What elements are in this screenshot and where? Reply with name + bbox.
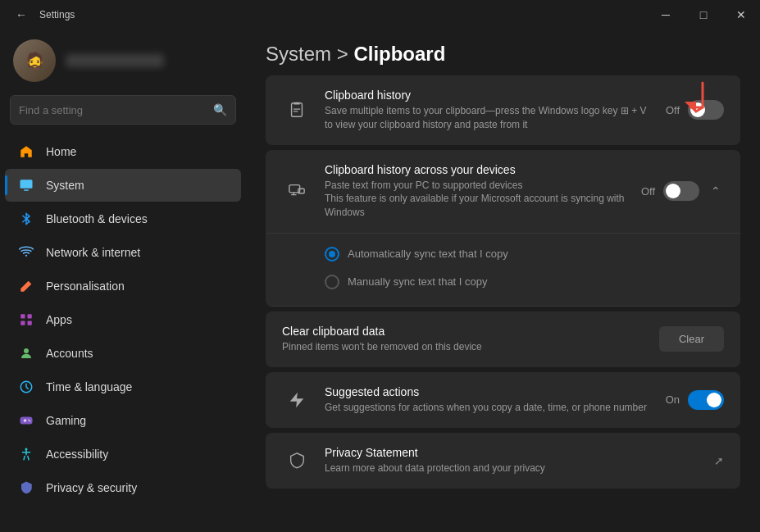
- sidebar-item-time-label: Time & language: [46, 380, 132, 393]
- suggested-actions-row: Suggested actions Get suggestions for ac…: [266, 372, 740, 428]
- privacy-statement-title: Privacy Statement: [325, 446, 701, 459]
- content-header: System > Clipboard: [246, 30, 760, 75]
- bluetooth-icon: [18, 211, 34, 227]
- clear-data-title: Clear clipboard data: [282, 325, 482, 338]
- sidebar-item-network[interactable]: Network & internet: [5, 236, 241, 269]
- clipboard-history-state: Off: [666, 104, 680, 116]
- suggested-actions-state: On: [666, 393, 680, 406]
- sidebar-item-apps[interactable]: Apps: [5, 303, 241, 336]
- clear-data-section: Clear clipboard data Pinned items won't …: [266, 311, 740, 367]
- clipboard-history-section: Clipboard history Save multiple items to…: [266, 75, 740, 145]
- suggested-actions-text: Suggested actions Get suggestions for ac…: [325, 385, 653, 415]
- system-icon: [18, 177, 34, 193]
- svg-rect-1: [24, 189, 29, 191]
- search-icon: 🔍: [213, 103, 227, 116]
- auto-sync-option[interactable]: Automatically sync text that I copy: [325, 240, 724, 268]
- clipboard-devices-text: Clipboard history across your devices Pa…: [325, 163, 628, 220]
- clipboard-devices-section: Clipboard history across your devices Pa…: [266, 150, 740, 307]
- clipboard-history-icon: [282, 95, 312, 125]
- sidebar-item-personalisation[interactable]: Personalisation: [5, 270, 241, 302]
- sync-options: Automatically sync text that I copy Manu…: [266, 234, 740, 307]
- clipboard-devices-title: Clipboard history across your devices: [325, 163, 628, 176]
- suggested-actions-title: Suggested actions: [325, 385, 653, 398]
- clipboard-devices-row: Clipboard history across your devices Pa…: [266, 150, 740, 234]
- privacy-statement-section: Privacy Statement Learn more about data …: [266, 433, 740, 489]
- search-box[interactable]: 🔍: [10, 95, 236, 125]
- sidebar-item-accessibility-label: Accessibility: [46, 448, 108, 461]
- svg-rect-5: [20, 321, 25, 325]
- clear-button[interactable]: Clear: [659, 326, 724, 352]
- clipboard-history-title: Clipboard history: [325, 89, 653, 102]
- expand-arrow[interactable]: ⌃: [708, 181, 724, 201]
- sidebar-item-system-label: System: [46, 179, 84, 192]
- clipboard-devices-desc2: This feature is only available if your M…: [325, 192, 628, 220]
- time-icon: [18, 379, 34, 395]
- close-button[interactable]: ✕: [722, 0, 760, 30]
- breadcrumb-separator: >: [337, 43, 354, 65]
- personalisation-icon: [18, 278, 34, 294]
- sidebar-item-accounts[interactable]: Accounts: [5, 337, 241, 370]
- suggested-actions-toggle[interactable]: [688, 390, 724, 410]
- sidebar-item-bluetooth[interactable]: Bluetooth & devices: [5, 202, 241, 235]
- user-profile[interactable]: 🧔: [0, 30, 246, 92]
- privacy-statement-text: Privacy Statement Learn more about data …: [325, 446, 701, 475]
- avatar-image: 🧔: [13, 39, 56, 82]
- accounts-icon: [18, 345, 34, 361]
- suggested-actions-control: On: [666, 390, 724, 410]
- toggle-thumb: [690, 102, 705, 117]
- home-icon: [18, 143, 34, 160]
- sidebar-item-privacy[interactable]: Privacy & security: [5, 471, 241, 504]
- clipboard-history-row: Clipboard history Save multiple items to…: [266, 75, 740, 145]
- privacy-icon: [18, 480, 34, 496]
- sidebar-item-time[interactable]: Time & language: [5, 371, 241, 403]
- window-controls: ─ □ ✕: [647, 0, 760, 30]
- sidebar-item-accessibility[interactable]: Accessibility: [5, 438, 241, 471]
- clipboard-history-desc: Save multiple items to your clipboard—pr…: [325, 104, 653, 132]
- search-input[interactable]: [19, 104, 207, 116]
- suggested-actions-desc: Get suggestions for actions when you cop…: [325, 401, 653, 415]
- privacy-statement-desc: Learn more about data protection and you…: [325, 462, 701, 475]
- sidebar: 🧔 🔍 Home: [0, 30, 246, 532]
- maximize-button[interactable]: □: [685, 0, 722, 30]
- manual-sync-radio[interactable]: [325, 275, 339, 289]
- avatar: 🧔: [13, 39, 56, 82]
- breadcrumb-current: Clipboard: [353, 43, 445, 65]
- sidebar-item-personalisation-label: Personalisation: [46, 280, 125, 293]
- sidebar-item-system[interactable]: System: [5, 169, 241, 202]
- clear-data-text: Clear clipboard data Pinned items won't …: [282, 325, 482, 354]
- clipboard-devices-toggle[interactable]: [663, 181, 699, 201]
- clear-data-desc: Pinned items won't be removed on this de…: [282, 340, 482, 354]
- suggested-actions-section: Suggested actions Get suggestions for ac…: [266, 372, 740, 428]
- sidebar-item-bluetooth-label: Bluetooth & devices: [46, 212, 148, 225]
- sidebar-item-apps-label: Apps: [46, 313, 72, 326]
- manual-sync-option[interactable]: Manually sync text that I copy: [325, 268, 724, 296]
- clipboard-history-toggle[interactable]: [688, 100, 724, 120]
- apps-icon: [18, 311, 34, 328]
- sidebar-item-gaming[interactable]: Gaming: [5, 404, 241, 437]
- svg-rect-3: [20, 314, 25, 318]
- svg-point-11: [30, 421, 31, 422]
- back-button[interactable]: ←: [10, 3, 33, 26]
- minimize-button[interactable]: ─: [647, 0, 685, 30]
- external-link-icon[interactable]: ➚: [714, 454, 724, 467]
- auto-sync-radio[interactable]: [325, 247, 339, 261]
- clipboard-devices-control: Off ⌃: [641, 181, 724, 201]
- svg-rect-6: [28, 321, 32, 325]
- manual-sync-label: Manually sync text that I copy: [348, 275, 488, 288]
- auto-sync-label: Automatically sync text that I copy: [348, 248, 508, 260]
- privacy-statement-icon: [282, 446, 312, 475]
- sidebar-item-gaming-label: Gaming: [46, 414, 86, 427]
- svg-rect-4: [28, 314, 32, 318]
- sidebar-item-home[interactable]: Home: [5, 135, 241, 168]
- content-area: System > Clipboard: [246, 30, 760, 532]
- breadcrumb-parent: System: [266, 43, 331, 65]
- app-title: Settings: [39, 9, 75, 20]
- main-layout: 🧔 🔍 Home: [0, 30, 760, 532]
- toggle-thumb-devices: [666, 184, 680, 198]
- privacy-statement-row: Privacy Statement Learn more about data …: [266, 433, 740, 489]
- breadcrumb: System > Clipboard: [266, 43, 740, 66]
- svg-rect-15: [292, 103, 303, 117]
- svg-rect-0: [20, 180, 33, 189]
- clipboard-history-control: Off: [666, 100, 724, 120]
- sidebar-nav: Home System Bluetooth &: [0, 131, 246, 532]
